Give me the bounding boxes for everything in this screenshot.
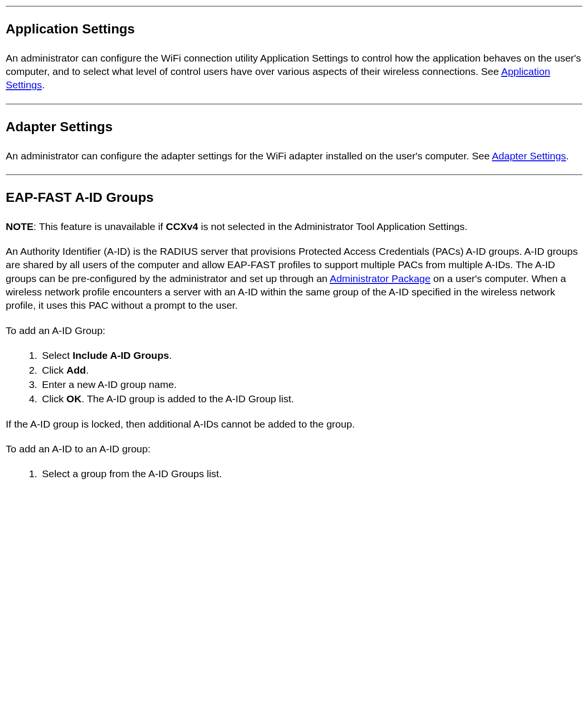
paragraph: An administrator can configure the WiFi … (6, 52, 582, 92)
heading-eap-fast-aid-groups: EAP-FAST A-ID Groups (6, 188, 582, 207)
divider (6, 174, 582, 175)
paragraph: An Authority Identifier (A-ID) is the RA… (6, 245, 582, 313)
paragraph-note: NOTE: This feature is unavailable if CCX… (6, 220, 582, 233)
heading-adapter-settings: Adapter Settings (6, 118, 582, 136)
text: Click (42, 365, 66, 376)
text: . (42, 79, 45, 90)
list-item: Click OK. The A-ID group is added to the… (40, 392, 582, 406)
link-adapter-settings[interactable]: Adapter Settings (492, 150, 566, 161)
text: . (566, 150, 569, 161)
bold-ccxv4: CCXv4 (166, 221, 198, 232)
bold-ok: OK (66, 393, 82, 404)
paragraph-add-aid-intro: To add an A-ID to an A-ID group: (6, 442, 582, 456)
text: . (169, 350, 172, 361)
bold-include-aid-groups: Include A-ID Groups (72, 350, 169, 361)
text: An administrator can configure the adapt… (6, 150, 492, 161)
link-administrator-package[interactable]: Administrator Package (330, 273, 430, 284)
text: : This feature is unavailable if (33, 221, 165, 232)
text: An administrator can configure the WiFi … (6, 52, 581, 77)
text: is not selected in the Administrator Too… (198, 221, 467, 232)
divider (6, 104, 582, 105)
divider (6, 6, 582, 7)
paragraph-locked-note: If the A-ID group is locked, then additi… (6, 418, 582, 431)
text: Click (42, 393, 66, 404)
ordered-list-add-group: Select Include A-ID Groups. Click Add. E… (6, 349, 582, 406)
text: . (86, 365, 89, 376)
list-item: Enter a new A-ID group name. (40, 378, 582, 391)
bold-add: Add (66, 365, 86, 376)
paragraph: An administrator can configure the adapt… (6, 149, 582, 163)
list-item: Click Add. (40, 364, 582, 377)
ordered-list-add-aid: Select a group from the A-ID Groups list… (6, 467, 582, 481)
text: . The A-ID group is added to the A-ID Gr… (82, 393, 294, 404)
text: Select (42, 350, 72, 361)
list-item: Select a group from the A-ID Groups list… (40, 467, 582, 481)
note-label: NOTE (6, 221, 33, 232)
list-item: Select Include A-ID Groups. (40, 349, 582, 362)
heading-application-settings: Application Settings (6, 20, 582, 38)
paragraph-add-group-intro: To add an A-ID Group: (6, 324, 582, 337)
